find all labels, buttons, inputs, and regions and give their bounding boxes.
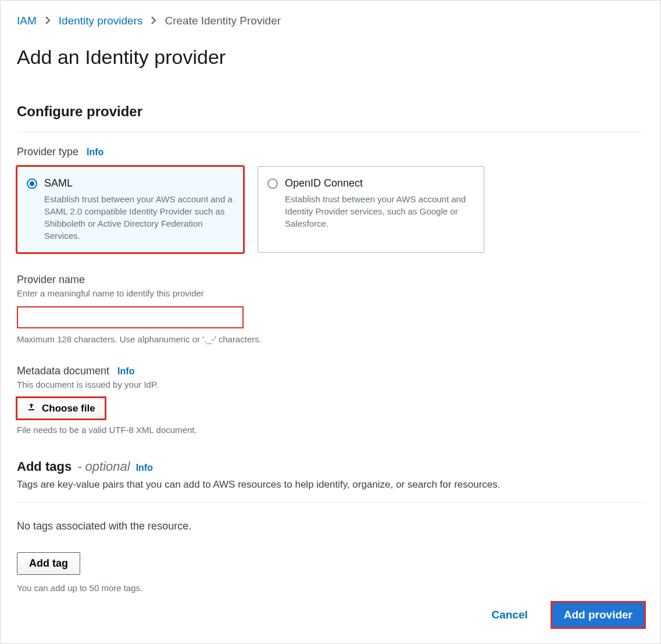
tags-desc: Tags are key-value pairs that you can ad… bbox=[17, 479, 644, 491]
divider bbox=[17, 131, 644, 132]
tags-limit-hint: You can add up to 50 more tags. bbox=[17, 583, 644, 593]
metadata-help: File needs to be a valid UTF-8 XML docum… bbox=[17, 425, 644, 435]
add-tag-button[interactable]: Add tag bbox=[17, 552, 80, 575]
radio-card-oidc[interactable]: OpenID Connect Establish trust between y… bbox=[258, 166, 484, 253]
provider-type-section: Provider type Info SAML Establish trust … bbox=[17, 146, 644, 253]
metadata-label: Metadata document bbox=[17, 365, 109, 377]
tags-optional: - optional bbox=[77, 459, 130, 474]
provider-name-input[interactable] bbox=[17, 306, 244, 328]
page-container: IAM Identity providers Create Identity P… bbox=[0, 0, 661, 644]
metadata-section: Metadata document Info This document is … bbox=[17, 365, 644, 435]
tags-title: Add tags bbox=[17, 459, 72, 474]
breadcrumb-current: Create Identity Provider bbox=[165, 15, 281, 27]
radio-title-saml: SAML bbox=[44, 177, 234, 189]
radio-icon bbox=[27, 178, 37, 189]
chevron-right-icon bbox=[45, 15, 51, 27]
footer-actions: Cancel Add provider bbox=[488, 603, 644, 627]
breadcrumb-iam[interactable]: IAM bbox=[17, 15, 37, 27]
provider-name-section: Provider name Enter a meaningful name to… bbox=[17, 274, 644, 344]
info-link-metadata[interactable]: Info bbox=[117, 366, 134, 377]
upload-icon bbox=[27, 402, 36, 414]
tags-empty-text: No tags associated with the resource. bbox=[17, 520, 644, 532]
cancel-button[interactable]: Cancel bbox=[488, 608, 531, 622]
breadcrumb: IAM Identity providers Create Identity P… bbox=[17, 15, 644, 27]
metadata-hint: This document is issued by your IdP. bbox=[17, 380, 644, 389]
provider-name-help: Maximum 128 characters. Use alphanumeric… bbox=[17, 334, 644, 344]
tags-section: Add tags - optional Info Tags are key-va… bbox=[17, 459, 644, 593]
add-provider-button[interactable]: Add provider bbox=[552, 603, 644, 627]
choose-file-label: Choose file bbox=[42, 403, 95, 414]
info-link-tags[interactable]: Info bbox=[136, 463, 153, 473]
radio-desc-saml: Establish trust between your AWS account… bbox=[44, 194, 233, 241]
radio-desc-oidc: Establish trust between your AWS account… bbox=[285, 194, 466, 228]
provider-type-label: Provider type bbox=[17, 146, 78, 158]
chevron-right-icon bbox=[151, 15, 156, 27]
radio-title-oidc: OpenID Connect bbox=[285, 177, 474, 189]
configure-heading: Configure provider bbox=[17, 103, 644, 120]
radio-icon bbox=[267, 178, 278, 189]
provider-name-label: Provider name bbox=[17, 274, 644, 286]
page-title: Add an Identity provider bbox=[17, 46, 644, 69]
choose-file-button[interactable]: Choose file bbox=[17, 398, 105, 419]
info-link-provider-type[interactable]: Info bbox=[87, 147, 103, 158]
divider bbox=[17, 502, 644, 503]
breadcrumb-identity-providers[interactable]: Identity providers bbox=[59, 15, 143, 27]
svg-rect-0 bbox=[28, 409, 34, 410]
provider-name-hint: Enter a meaningful name to identify this… bbox=[17, 288, 644, 298]
radio-card-saml[interactable]: SAML Establish trust between your AWS ac… bbox=[17, 166, 244, 253]
